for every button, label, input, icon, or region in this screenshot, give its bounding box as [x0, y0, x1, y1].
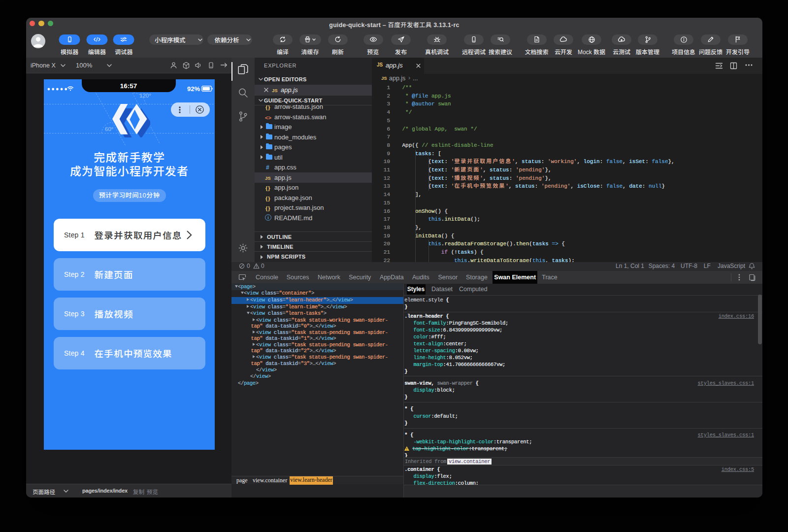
svg-text:120°: 120° — [139, 93, 151, 99]
